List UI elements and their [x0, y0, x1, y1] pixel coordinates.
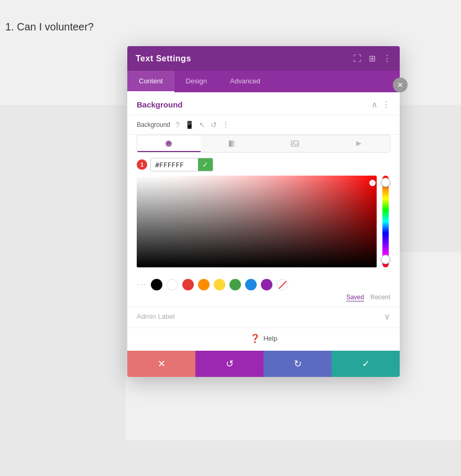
fullscreen-icon[interactable]: ⛶: [353, 54, 361, 63]
modal-tabs: Content Design Advanced: [127, 71, 400, 92]
preset-color-yellow[interactable]: [214, 279, 225, 290]
section-title: Background: [137, 100, 183, 109]
section-collapse-icon[interactable]: ∧: [371, 100, 378, 110]
gradient-canvas[interactable]: [137, 176, 377, 267]
redo-button[interactable]: ↻: [264, 351, 332, 377]
preset-color-purple[interactable]: [261, 279, 272, 290]
gradient-canvas-inner: [137, 176, 377, 267]
hex-color-input[interactable]: [151, 159, 198, 171]
tab-advanced[interactable]: Advanced: [218, 71, 272, 92]
background-type-tabs: [137, 135, 390, 153]
tab-design[interactable]: Design: [174, 71, 218, 92]
modal-header: Text Settings ⛶ ⊞ ⋮: [127, 46, 400, 71]
help-tooltip-icon[interactable]: ?: [175, 121, 180, 129]
bg-block-right: [393, 105, 461, 252]
more-options-icon[interactable]: ⋮: [383, 53, 391, 63]
help-icon[interactable]: ❓: [250, 333, 260, 343]
saved-tab[interactable]: Saved: [346, 294, 364, 301]
bg-type-image[interactable]: [264, 135, 327, 152]
bg-type-color[interactable]: [137, 135, 201, 152]
admin-label-text: Admin Label: [137, 312, 174, 320]
svg-point-0: [166, 140, 172, 147]
color-picker-with-slider: [137, 176, 390, 267]
header-icons: ⛶ ⊞ ⋮: [353, 53, 391, 63]
modal-footer: ✕ ↺ ↻ ✓: [127, 351, 400, 377]
modal-close-outside-button[interactable]: ✕: [393, 78, 408, 92]
text-settings-modal: Text Settings ⛶ ⊞ ⋮ Content Design Advan…: [127, 46, 400, 377]
background-section-header: Background ∧ ⋮: [127, 92, 400, 115]
bg-block-left: [0, 105, 126, 446]
cursor-icon[interactable]: ↖: [199, 121, 205, 129]
preset-color-white[interactable]: [167, 279, 178, 290]
undo-button[interactable]: ↺: [195, 351, 264, 377]
preset-colors-row: ···: [127, 276, 400, 293]
bg-type-gradient[interactable]: [201, 135, 264, 152]
preset-color-transparent[interactable]: [277, 279, 288, 290]
layout-icon[interactable]: ⊞: [369, 53, 376, 63]
hex-input-row: 1 ✓: [137, 158, 390, 171]
preset-color-orange[interactable]: [198, 279, 210, 290]
hue-slider-container[interactable]: [381, 176, 390, 267]
black-overlay: [137, 176, 377, 267]
mobile-icon[interactable]: 📱: [185, 121, 194, 129]
help-row: ❓ Help: [127, 328, 400, 351]
cancel-button[interactable]: ✕: [127, 351, 195, 377]
color-indicator-badge: 1: [137, 159, 147, 170]
hex-input-wrapper: ✓: [150, 158, 213, 171]
save-button[interactable]: ✓: [332, 351, 400, 377]
modal-body: Background ∧ ⋮ Background ? 📱 ↖ ↺ ⋮: [127, 92, 400, 351]
preset-color-black[interactable]: [151, 279, 162, 290]
section-more-icon[interactable]: ⋮: [382, 100, 390, 110]
color-picker-area: 1 ✓: [127, 153, 400, 276]
recent-tab[interactable]: Recent: [370, 294, 390, 301]
admin-label-section: Admin Label ∨: [127, 307, 400, 328]
hue-slider-thumb-2: [381, 255, 390, 264]
admin-label-chevron: ∨: [384, 311, 390, 321]
hex-confirm-button[interactable]: ✓: [198, 158, 213, 171]
bg-more-icon[interactable]: ⋮: [222, 121, 229, 129]
bg-block-bottom: [0, 440, 461, 476]
page-background: 1. Can I volunteer? Text Settings ⛶ ⊞ ⋮ …: [0, 0, 461, 476]
tab-content[interactable]: Content: [127, 71, 174, 92]
preset-color-green[interactable]: [229, 279, 241, 290]
section-header-actions: ∧ ⋮: [371, 100, 390, 110]
admin-label-row[interactable]: Admin Label ∨: [137, 311, 390, 321]
svg-rect-1: [229, 140, 235, 147]
background-label: Background: [137, 121, 170, 128]
modal-title: Text Settings: [136, 54, 191, 63]
background-controls-row: Background ? 📱 ↖ ↺ ⋮: [127, 115, 400, 135]
preset-more-button[interactable]: ···: [137, 280, 147, 289]
preset-color-red[interactable]: [182, 279, 194, 290]
reset-icon[interactable]: ↺: [211, 121, 217, 129]
hue-slider-track: [382, 176, 389, 267]
bg-type-video[interactable]: [327, 135, 390, 152]
hue-slider-thumb: [381, 178, 390, 187]
page-question: 1. Can I volunteer?: [5, 21, 94, 33]
svg-marker-4: [356, 141, 361, 146]
saved-recent-row: Saved Recent: [127, 293, 400, 307]
svg-rect-2: [291, 141, 299, 146]
help-label[interactable]: Help: [264, 334, 278, 342]
preset-color-blue[interactable]: [245, 279, 257, 290]
